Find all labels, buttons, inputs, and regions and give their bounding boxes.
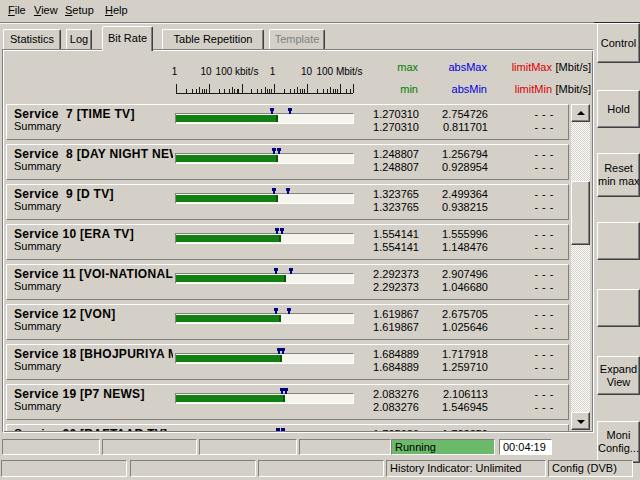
scale-minor-tick (302, 89, 303, 93)
scale-minor-tick (186, 89, 187, 93)
tab-bit-rate[interactable]: Bit Rate (102, 26, 153, 51)
service-row[interactable]: Service 18 [BHOJPURIYA MUSIC]Summary1.68… (6, 344, 569, 380)
service-rows-viewport: Service 7 [TIME TV]Summary1.2703102.7547… (4, 51, 592, 431)
scale-minor-tick (294, 89, 295, 93)
status-segment (1, 460, 127, 477)
marker-absmax-icon (280, 228, 284, 231)
marker-absmin-icon (272, 188, 276, 191)
bitrate-bar-fill (176, 275, 286, 282)
scale-minor-tick (271, 89, 272, 93)
scale-minor-tick (333, 89, 334, 93)
reset-min-max-button[interactable]: Resetmin max (597, 153, 640, 197)
softkey-label: Hold (598, 103, 639, 116)
scale-minor-tick (350, 89, 351, 93)
scale-baseline (176, 93, 353, 94)
hold-button[interactable]: Hold (597, 90, 640, 128)
scale-major-tick (242, 84, 243, 93)
marker-absmax-icon (281, 428, 285, 431)
bitrate-bar-fill (176, 315, 281, 322)
marker-absmin-icon (270, 108, 274, 111)
bitrate-bar-track (175, 153, 354, 164)
marker-absmin-icon (276, 428, 280, 431)
service-summary-label: Summary (14, 360, 61, 372)
service-row[interactable]: Service 20 [RAFTAAR TV]Summary1.7959861.… (6, 424, 569, 431)
marker-absmax-icon (281, 348, 285, 351)
service-row[interactable]: Service 8 [DAY NIGHT NEWS]Summary1.24880… (6, 144, 569, 180)
value-limitmax: - - - (464, 388, 554, 400)
value-limitmax: - - - (464, 308, 554, 320)
bitrate-bar-track (175, 393, 354, 404)
bitrate-bar-fill (176, 155, 278, 162)
scale-minor-tick (192, 89, 193, 93)
tab-statistics[interactable]: Statistics (3, 29, 61, 49)
softkey-blank-1[interactable] (597, 222, 640, 260)
status-segment (258, 460, 384, 477)
softkey-blank-2[interactable] (597, 289, 640, 327)
scale-minor-tick (204, 89, 205, 93)
mnemonic-letter: F (8, 4, 15, 16)
menu-bar: File View Setup Help (0, 0, 640, 22)
scale-minor-tick (229, 89, 230, 93)
marker-absmin-icon (272, 148, 276, 151)
marker-absmax-icon (289, 268, 293, 271)
service-summary-label: Summary (14, 160, 61, 172)
vertical-scrollbar[interactable] (571, 104, 590, 430)
scale-minor-tick (337, 89, 338, 93)
menu-file[interactable]: File (8, 4, 26, 16)
scrollbar-up-button[interactable] (571, 104, 590, 122)
scale-minor-tick (202, 89, 203, 93)
scale-minor-tick (290, 89, 291, 93)
scale-minor-tick (232, 87, 233, 93)
value-limitmax: - - - (464, 108, 554, 120)
status-config: Config (DVB) (548, 460, 633, 477)
service-row[interactable]: Service 10 [ERA TV]Summary1.5541411.5559… (6, 224, 569, 260)
service-summary-label: Summary (14, 120, 61, 132)
tab-template: Template (269, 29, 325, 49)
scale-minor-tick (330, 87, 331, 93)
service-row[interactable]: Service 11 [VOI-NATIONAL]Summary2.292373… (6, 264, 569, 300)
marker-absmax-icon (288, 108, 292, 111)
bitrate-bar-fill (176, 235, 281, 242)
service-row[interactable]: Service 19 [P7 NEWS]Summary2.0832762.106… (6, 384, 569, 420)
value-limitmax: - - - (464, 228, 554, 240)
value-limitmin: - - - (464, 161, 554, 173)
scale-minor-tick (297, 87, 298, 93)
bitrate-bar-track (175, 313, 354, 324)
scale-minor-tick (317, 89, 318, 93)
scrollbar-thumb[interactable] (571, 181, 590, 245)
scale-minor-tick (265, 87, 266, 93)
expand-view-button[interactable]: ExpandView (597, 356, 640, 395)
value-limitmax: - - - (464, 188, 554, 200)
service-row[interactable]: Service 9 [D TV]Summary1.3237652.499364-… (6, 184, 569, 220)
service-summary-label: Summary (14, 400, 61, 412)
bitrate-bar-track (175, 233, 354, 244)
menu-setup[interactable]: Setup (65, 4, 94, 16)
bitrate-bar-fill (176, 355, 282, 362)
tab-table-repetition[interactable]: Table Repetition (162, 29, 264, 49)
status-segment (130, 460, 256, 477)
menu-label-rest: elp (113, 4, 128, 16)
scrollbar-down-button[interactable] (571, 412, 590, 430)
menu-view[interactable]: View (34, 4, 58, 16)
status-segment (102, 439, 197, 455)
scale-minor-tick (196, 89, 197, 93)
menu-help[interactable]: Help (105, 4, 128, 16)
service-row[interactable]: Service 7 [TIME TV]Summary1.2703102.7547… (6, 104, 569, 140)
value-limitmin: - - - (464, 241, 554, 253)
softkey-label: Reset (598, 162, 639, 175)
control-button[interactable]: Control (597, 23, 640, 63)
service-name: Service 20 [RAFTAAR TV] (14, 427, 173, 431)
bitrate-bar-fill (176, 195, 278, 202)
scale-minor-tick (323, 89, 324, 93)
scale-major-tick (209, 84, 210, 93)
mnemonic-letter: H (105, 4, 113, 16)
tab-log[interactable]: Log (66, 29, 92, 49)
scale-minor-tick (199, 87, 200, 93)
up-triangle-icon (577, 111, 585, 115)
softkey-label: Control (598, 37, 639, 50)
service-row[interactable]: Service 12 [VON]Summary1.6198672.675705-… (6, 304, 569, 340)
moni-config-button[interactable]: MoniConfig... (597, 421, 640, 463)
value-limitmin: - - - (464, 281, 554, 293)
marker-absmax-icon (286, 188, 290, 191)
col-header-unit-min: [Mbit/s] (491, 83, 591, 95)
